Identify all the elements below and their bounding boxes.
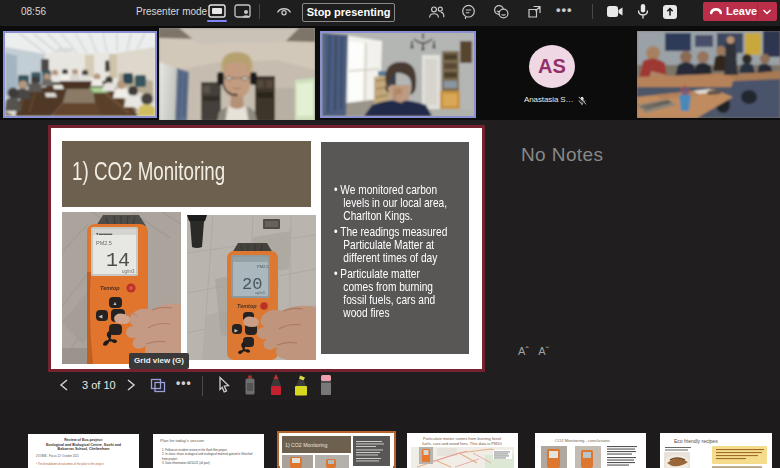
svg-text:2. In class: share ecologica: 2. In class: share ecological and ecolog… <box>162 452 253 456</box>
svg-text:ZOOMⅡI - Focus 12ʴ October 202: ZOOMⅡI - Focus 12ʴ October 2021 <box>36 454 79 458</box>
svg-text:PM2.5: PM2.5 <box>257 264 269 269</box>
svg-text:Temtop: Temtop <box>237 303 257 309</box>
svg-text:fuels, cars and wood fires. Th: fuels, cars and wood fires. This data is… <box>422 441 502 446</box>
svg-text:• The breakdown of outcomes of: • The breakdown of outcomes of the plan … <box>36 462 104 466</box>
svg-text:3. Date information 04/10/21: 3. Date information 04/10/21 (all part) <box>162 461 210 465</box>
svg-text:▶: ▶ <box>235 328 239 333</box>
svg-text:PM2.5: PM2.5 <box>96 240 112 246</box>
svg-text:from project: from project <box>162 457 177 461</box>
svg-text:Temtop: Temtop <box>100 285 120 291</box>
svg-text:1) CO2 Monitoring: 1) CO2 Monitoring <box>285 442 327 448</box>
svg-text:Review of Eco-project:: Review of Eco-project: <box>64 438 103 442</box>
svg-text:Balcarras School, Cheltenham: Balcarras School, Cheltenham <box>58 447 110 451</box>
svg-text:ug/m3: ug/m3 <box>255 291 265 295</box>
svg-text:ug/m3: ug/m3 <box>122 269 135 274</box>
svg-text:1. Follow an incident review: 1. Follow an incident review in the flas… <box>162 448 227 452</box>
svg-text:CO2 Monitoring - conclusions: CO2 Monitoring - conclusions <box>555 438 610 443</box>
svg-text:Ecological and Biological Cent: Ecological and Biological Centre, Sochi … <box>46 443 121 447</box>
svg-text:◀: ◀ <box>99 313 103 319</box>
svg-text:Eco friendly recipes: Eco friendly recipes <box>674 438 718 444</box>
svg-text:▲: ▲ <box>113 300 118 306</box>
svg-text:●▬▬▬: ●▬▬▬ <box>96 231 113 236</box>
svg-text:Plan for today's session: Plan for today's session <box>160 438 205 443</box>
